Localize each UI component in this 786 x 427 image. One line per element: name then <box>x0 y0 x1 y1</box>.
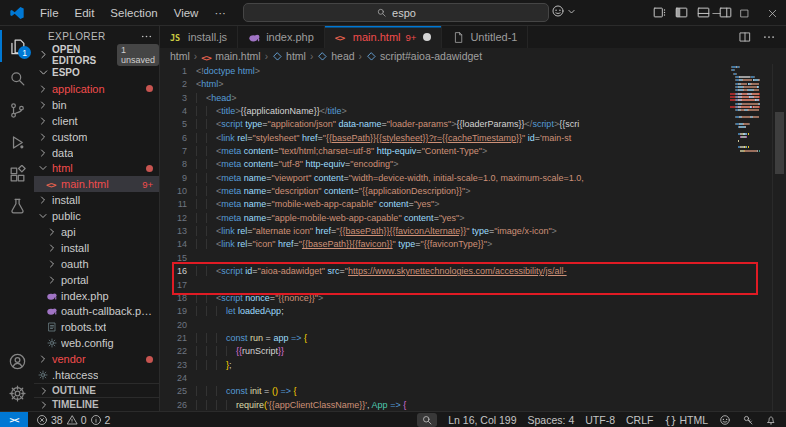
tree-item-robots.txt[interactable]: robots.txt <box>34 319 159 335</box>
tree-item-install[interactable]: install <box>34 192 159 208</box>
customize-layout-icon[interactable] <box>652 5 667 20</box>
menu-view[interactable]: View <box>167 5 206 21</box>
code-editor[interactable]: 1 <!doctype html> 2 <html> 3 <head> 4 <t… <box>160 64 786 411</box>
tree-item-client[interactable]: client <box>34 113 159 129</box>
code-line-4[interactable]: 4 <title>{{applicationName}}</title> <box>160 105 730 118</box>
tree-item-api[interactable]: api <box>34 224 159 240</box>
chevron-right-icon <box>37 83 49 95</box>
explorer-actions-icon[interactable] <box>140 30 153 43</box>
minimize-button[interactable] <box>702 0 730 26</box>
code-line-7[interactable]: 7 <meta content="text/html;charset=utf-8… <box>160 145 730 158</box>
editor-scrollbar[interactable] <box>772 64 786 411</box>
code-line-15[interactable]: 15 <box>160 252 730 265</box>
scrollbar-thumb[interactable] <box>775 112 784 174</box>
code-line-3[interactable]: 3 <head> <box>160 92 730 105</box>
tree-item-public[interactable]: public <box>34 208 159 224</box>
split-editor-icon[interactable] <box>738 30 752 44</box>
tree-item-html[interactable]: html <box>34 160 159 176</box>
tree-item-portal[interactable]: portal <box>34 272 159 288</box>
status-cursor-position[interactable]: Ln 16, Col 199 <box>448 414 516 426</box>
status-language-mode[interactable]: {} HTML <box>664 414 708 426</box>
status-copilot[interactable] <box>719 414 731 426</box>
code-line-6[interactable]: 6 <link rel="stylesheet" href="{{basePat… <box>160 132 730 145</box>
code-line-12[interactable]: 12 <meta name="apple-mobile-web-app-capa… <box>160 212 730 225</box>
tree-item-oauth[interactable]: oauth <box>34 256 159 272</box>
code-line-22[interactable]: 22 {{runScript}} <box>160 345 730 358</box>
code-line-20[interactable]: 20 <box>160 319 730 332</box>
tree-item-custom[interactable]: custom <box>34 129 159 145</box>
remote-indicator[interactable]: >< <box>0 412 28 427</box>
status-encoding[interactable]: UTF-8 <box>585 414 615 426</box>
tab-index.php[interactable]: index.php <box>238 26 325 48</box>
minimap[interactable] <box>730 66 760 411</box>
tree-item-web.config[interactable]: web.config <box>34 335 159 351</box>
code-line-25[interactable]: 25 const init = () => { <box>160 385 730 398</box>
status-notifications[interactable] <box>765 414 777 426</box>
code-line-5[interactable]: 5 <script type="application/json" data-n… <box>160 118 730 131</box>
tree-item-data[interactable]: data <box>34 145 159 161</box>
breadcrumb-main.html[interactable]: <> main.html <box>201 50 261 62</box>
menu-more[interactable]: ··· <box>207 5 233 21</box>
menu-edit[interactable]: Edit <box>68 5 102 21</box>
open-editors-section[interactable]: OPEN EDITORS 1 unsaved <box>34 46 159 63</box>
code-line-24[interactable]: 24 <box>160 372 730 385</box>
close-button[interactable] <box>758 0 786 26</box>
outline-section[interactable]: OUTLINE <box>34 383 159 397</box>
tab-install.js[interactable]: JS install.js <box>160 26 238 48</box>
command-center-search[interactable]: espo <box>243 3 549 22</box>
status-eol[interactable]: CRLF <box>626 414 653 426</box>
breadcrumb-script#aioa-adawidget[interactable]: script#aioa-adawidget <box>366 50 482 62</box>
tree-item-vendor[interactable]: vendor <box>34 351 159 367</box>
activity-explorer[interactable]: 1 <box>0 30 34 62</box>
copilot-menu[interactable] <box>551 4 576 18</box>
activity-testing[interactable] <box>0 190 34 222</box>
chevron-down-icon <box>567 7 576 16</box>
status-key[interactable] <box>742 414 754 426</box>
code-line-17[interactable]: 17 <box>160 279 730 292</box>
code-content[interactable]: 1 <!doctype html> 2 <html> 3 <head> 4 <t… <box>160 65 730 411</box>
editor-more-actions-icon[interactable] <box>762 30 776 44</box>
code-line-14[interactable]: 14 <link rel="icon" href="{{basePath}}{{… <box>160 238 730 251</box>
code-line-18[interactable]: 18 <script nonce="{{nonce}}"> <box>160 292 730 305</box>
problems-status[interactable]: 38 0 2 <box>36 414 110 426</box>
activity-manage[interactable] <box>0 377 34 409</box>
tree-item-application[interactable]: application <box>34 81 159 97</box>
activity-extensions[interactable] <box>0 158 34 190</box>
code-line-16[interactable]: 16 <script id="aioa-adawidget" src="http… <box>160 265 730 278</box>
tree-item-index.php[interactable]: index.php <box>34 288 159 304</box>
breadcrumb-html[interactable]: html <box>170 50 190 62</box>
breadcrumb-head[interactable]: head <box>317 50 354 62</box>
code-line-26[interactable]: 26 require('{{appClientClassName}}', App… <box>160 399 730 411</box>
activity-accounts[interactable] <box>0 345 34 377</box>
tree-item-bin[interactable]: bin <box>34 97 159 113</box>
menu-file[interactable]: File <box>33 5 66 21</box>
menu-selection[interactable]: Selection <box>103 5 164 21</box>
code-line-1[interactable]: 1 <!doctype html> <box>160 65 730 78</box>
tree-item-install[interactable]: install <box>34 240 159 256</box>
activity-search[interactable] <box>0 62 34 94</box>
code-line-23[interactable]: 23 }; <box>160 359 730 372</box>
breadcrumb-html[interactable]: html <box>272 50 306 62</box>
code-line-10[interactable]: 10 <meta name="description" content="{{a… <box>160 185 730 198</box>
code-line-19[interactable]: 19 let loadedApp; <box>160 305 730 318</box>
timeline-section[interactable]: TIMELINE <box>34 397 159 411</box>
code-line-2[interactable]: 2 <html> <box>160 78 730 91</box>
code-line-21[interactable]: 21 const run = app => { <box>160 332 730 345</box>
tree-item-oauth-callback.php[interactable]: oauth-callback.php <box>34 303 159 319</box>
code-line-11[interactable]: 11 <meta name="mobile-web-app-capable" c… <box>160 198 730 211</box>
restore-button[interactable] <box>730 0 758 26</box>
activity-source-control[interactable] <box>0 94 34 126</box>
status-search-status[interactable] <box>417 413 437 427</box>
activity-run-and-debug[interactable] <box>0 126 34 158</box>
status-indentation[interactable]: Spaces: 4 <box>528 414 575 426</box>
tree-item-.htaccess[interactable]: .htaccess <box>34 367 159 383</box>
code-line-9[interactable]: 9 <meta name="viewport" content="width=d… <box>160 172 730 185</box>
tree-item-main.html[interactable]: <>main.html 9+ <box>34 176 159 192</box>
activity-badge: 1 <box>18 46 31 59</box>
code-line-8[interactable]: 8 <meta content="utf-8" http-equiv="enco… <box>160 158 730 171</box>
code-line-13[interactable]: 13 <link rel="alternate icon" href="{{ba… <box>160 225 730 238</box>
toggle-primary-sidebar-icon[interactable] <box>674 5 689 20</box>
workspace-root-folder[interactable]: ESPO <box>34 63 159 81</box>
tab-main.html[interactable]: <> main.html 9+ <box>325 26 443 48</box>
tab-Untitled-1[interactable]: Untitled-1 <box>442 26 528 48</box>
